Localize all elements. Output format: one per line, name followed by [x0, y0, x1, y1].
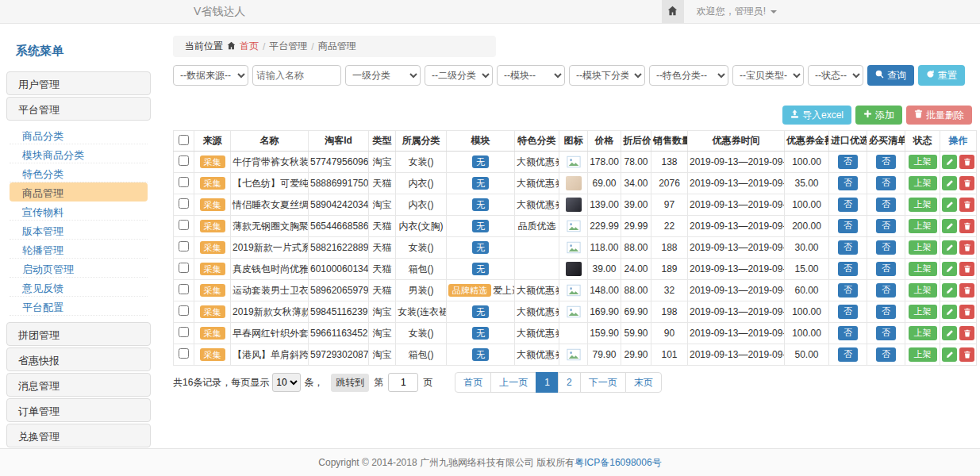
row-checkbox[interactable] — [179, 263, 189, 273]
sidebar-group[interactable]: 订单管理 — [6, 398, 151, 422]
breadcrumb-home-link[interactable]: 首页 — [240, 40, 259, 53]
import-select-toggle[interactable]: 否 — [838, 305, 858, 318]
home-nav-button[interactable] — [662, 0, 684, 23]
must-buy-toggle[interactable]: 否 — [876, 283, 896, 297]
row-checkbox[interactable] — [179, 327, 189, 337]
filter-select[interactable]: --二级分类-- — [425, 65, 493, 86]
delete-button[interactable] — [959, 155, 974, 169]
must-buy-toggle[interactable]: 否 — [876, 176, 896, 190]
sidebar-subitem[interactable]: 商品管理 — [10, 182, 148, 202]
import-select-toggle[interactable]: 否 — [838, 219, 858, 232]
sidebar-subitem[interactable]: 意见反馈 — [10, 278, 148, 297]
import-select-toggle[interactable]: 否 — [838, 155, 858, 168]
must-buy-toggle[interactable]: 否 — [876, 155, 896, 168]
status-toggle[interactable]: 上架 — [909, 262, 937, 275]
sidebar-subitem[interactable]: 启动页管理 — [10, 259, 148, 278]
status-toggle[interactable]: 上架 — [909, 326, 937, 340]
row-checkbox[interactable] — [179, 220, 189, 230]
must-buy-toggle[interactable]: 否 — [876, 240, 896, 254]
delete-button[interactable] — [959, 326, 974, 340]
module-badge[interactable]: 无 — [472, 198, 489, 211]
delete-button[interactable] — [959, 262, 974, 276]
batch-delete-button[interactable]: 批量删除 — [906, 106, 972, 125]
filter-select[interactable]: --特色分类-- — [649, 65, 728, 86]
filter-select[interactable]: --宝贝类型-- — [732, 65, 804, 86]
pager-button[interactable]: 下一页 — [580, 372, 626, 393]
must-buy-toggle[interactable]: 否 — [876, 347, 896, 361]
module-badge[interactable]: 品牌精选 — [448, 284, 491, 297]
edit-button[interactable] — [942, 347, 957, 362]
edit-button[interactable] — [942, 198, 957, 212]
sidebar-group[interactable]: 消息管理 — [6, 373, 151, 397]
sidebar-subitem[interactable]: 轮播管理 — [10, 240, 148, 259]
must-buy-toggle[interactable]: 否 — [876, 262, 896, 275]
module-badge[interactable]: 无 — [472, 348, 489, 361]
module-badge[interactable]: 无 — [472, 177, 489, 190]
edit-button[interactable] — [942, 326, 957, 340]
must-buy-toggle[interactable]: 否 — [876, 326, 896, 340]
pager-button[interactable]: 2 — [558, 372, 581, 393]
edit-button[interactable] — [942, 240, 957, 255]
row-checkbox[interactable] — [179, 284, 189, 294]
delete-button[interactable] — [959, 240, 974, 255]
module-badge[interactable]: 无 — [472, 305, 489, 318]
sidebar-group[interactable]: 平台管理 — [6, 97, 151, 121]
module-badge[interactable]: 无 — [472, 241, 489, 254]
filter-select[interactable]: --状态-- — [808, 65, 863, 86]
sidebar-subitem[interactable]: 模块商品分类 — [10, 144, 148, 163]
edit-button[interactable] — [942, 176, 957, 190]
filter-select[interactable]: --模块下分类-- — [569, 65, 645, 86]
delete-button[interactable] — [959, 219, 974, 233]
status-toggle[interactable]: 上架 — [909, 219, 937, 232]
filter-select[interactable]: --数据来源-- — [173, 65, 248, 86]
delete-button[interactable] — [959, 347, 974, 362]
import-excel-button[interactable]: 导入excel — [782, 106, 851, 125]
delete-button[interactable] — [959, 198, 974, 212]
must-buy-toggle[interactable]: 否 — [876, 219, 896, 232]
status-toggle[interactable]: 上架 — [909, 305, 937, 318]
sidebar-subitem[interactable]: 版本管理 — [10, 221, 148, 240]
select-all-checkbox[interactable] — [179, 135, 189, 145]
pager-button[interactable]: 末页 — [625, 372, 662, 393]
module-badge[interactable]: 无 — [472, 220, 489, 232]
jump-button[interactable]: 跳转到 — [331, 374, 369, 392]
sidebar-group[interactable]: 用户管理 — [6, 71, 151, 95]
user-menu[interactable]: 欢迎您，管理员! — [684, 0, 980, 23]
edit-button[interactable] — [942, 219, 957, 233]
sidebar-group[interactable]: 拼团管理 — [6, 322, 151, 346]
row-checkbox[interactable] — [179, 198, 189, 209]
row-checkbox[interactable] — [179, 241, 189, 251]
row-checkbox[interactable] — [179, 348, 189, 359]
import-select-toggle[interactable]: 否 — [838, 240, 858, 254]
per-page-select[interactable]: 10 — [272, 373, 301, 392]
pager-button[interactable]: 上一页 — [490, 372, 536, 393]
edit-button[interactable] — [942, 305, 957, 319]
status-toggle[interactable]: 上架 — [909, 240, 937, 254]
pager-button[interactable]: 首页 — [455, 372, 491, 393]
module-badge[interactable]: 无 — [472, 327, 489, 340]
module-badge[interactable]: 无 — [472, 263, 489, 275]
filter-select[interactable]: --模块-- — [497, 65, 565, 86]
must-buy-toggle[interactable]: 否 — [876, 198, 896, 211]
edit-button[interactable] — [942, 262, 957, 276]
import-select-toggle[interactable]: 否 — [838, 347, 858, 361]
name-search-input[interactable] — [252, 65, 341, 86]
status-toggle[interactable]: 上架 — [909, 283, 937, 297]
row-checkbox[interactable] — [179, 155, 189, 166]
status-toggle[interactable]: 上架 — [909, 198, 937, 211]
import-select-toggle[interactable]: 否 — [838, 326, 858, 340]
status-toggle[interactable]: 上架 — [909, 155, 937, 168]
sidebar-subitem[interactable]: 宣传物料 — [10, 202, 148, 221]
pager-button[interactable]: 1 — [536, 372, 559, 393]
module-badge[interactable]: 无 — [472, 155, 489, 168]
search-button[interactable]: 查询 — [867, 65, 914, 86]
sidebar-subitem[interactable]: 平台配置 — [10, 297, 148, 316]
row-checkbox[interactable] — [179, 177, 189, 187]
icp-link[interactable]: 粤ICP备16098006号 — [575, 456, 661, 470]
import-select-toggle[interactable]: 否 — [838, 176, 858, 190]
sidebar-group[interactable]: 兑换管理 — [6, 424, 151, 447]
import-select-toggle[interactable]: 否 — [838, 198, 858, 211]
row-checkbox[interactable] — [179, 305, 189, 316]
delete-button[interactable] — [959, 176, 974, 190]
filter-select[interactable]: 一级分类 — [345, 65, 421, 86]
